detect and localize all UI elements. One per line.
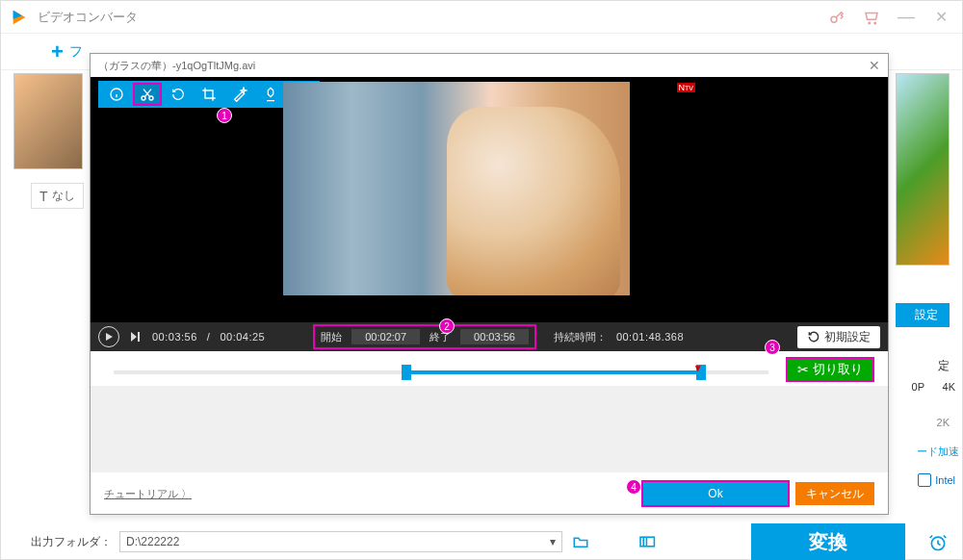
merge-button[interactable] [638,531,659,552]
subtitle-dropdown[interactable]: T なし [31,183,84,209]
start-time-input[interactable]: 00:02:07 [351,329,420,344]
cut-button-label: 切り取り [813,361,863,378]
svg-point-2 [831,16,837,22]
timecode-total: 00:04:25 [220,331,265,343]
effect-tool-button[interactable] [225,83,254,106]
editor-file-name: （ガラスの華）-y1qOgTltJMg.avi [98,59,869,73]
timeline-track[interactable]: ▼ [114,370,768,374]
crop-tool-button[interactable] [195,83,223,106]
alarm-icon[interactable] [928,533,948,552]
watermark-badge: NTV [677,83,695,92]
cut-tool-button[interactable] [133,83,162,106]
scissors-icon: ✂ [797,362,809,377]
trim-range-section: 開始 00:02:07 終了 00:03:56 [313,324,536,349]
text-icon: T [39,189,48,204]
output-folder-value: D:\222222 [126,535,179,548]
end-time-input[interactable]: 00:03:56 [460,329,529,344]
add-plus-icon[interactable]: + [51,39,64,64]
callout-badge-1: 1 [217,108,232,123]
output-folder-label: 出力フォルダ： [31,534,112,550]
intel-chip-icon [918,473,931,487]
file-thumbnail[interactable] [13,73,83,169]
svg-marker-10 [106,333,113,341]
info-tool-button[interactable] [102,83,131,106]
trim-start-handle[interactable] [402,365,411,380]
app-title: ビデオコンバータ [38,9,814,26]
editor-titlebar: （ガラスの華）-y1qOgTltJMg.avi ✕ [91,54,888,77]
svg-point-3 [869,22,871,24]
svg-point-4 [874,22,876,24]
settings-label-fragment: 定 [938,358,950,374]
editor-footer: チュートリアル 〉 Ok キャンセル [91,472,888,515]
timecode-sep: / [207,331,211,343]
clip-list-area [91,386,888,472]
subtitle-value: なし [52,188,75,204]
reset-label: 初期設定 [824,329,871,345]
cut-button[interactable]: ✂ 切り取り [786,357,874,382]
tutorial-link[interactable]: チュートリアル 〉 [104,487,192,501]
resolution-0p-label: 0P [912,381,924,393]
timecode-current: 00:03:56 [152,331,197,343]
preview-area: NTV [91,77,888,322]
titlebar: ビデオコンバータ — ✕ [1,1,962,34]
svg-rect-12 [138,332,140,342]
callout-badge-3: 3 [765,340,780,355]
duration-label: 持続時間： [554,330,607,344]
hw-accel-label: ード加速 [917,445,959,459]
settings-button-fragment[interactable]: 設定 [896,303,950,327]
preview-frame-content [447,107,620,295]
timeline-selection [402,370,696,374]
playhead-marker[interactable]: ▼ [693,363,703,373]
timeline-area: ▼ ✂ 切り取り [91,351,888,386]
video-editor-dialog: （ガラスの華）-y1qOgTltJMg.avi ✕ [90,53,889,515]
callout-badge-2: 2 [439,318,455,334]
intel-badge: Intel [918,473,955,487]
browse-folder-button[interactable] [570,531,591,552]
watermark-tool-button[interactable] [256,83,285,106]
add-label[interactable]: フ [69,43,83,61]
play-button[interactable] [98,326,119,347]
svg-rect-5 [640,537,654,547]
bottom-bar: 出力フォルダ： D:\222222 ▾ 変換 [0,523,963,560]
duration-value: 00:01:48.368 [616,331,684,343]
resolution-4k-label: 4K [943,381,955,393]
key-icon[interactable] [825,6,848,29]
callout-badge-4: 4 [626,479,641,495]
intel-text: Intel [935,474,955,486]
cart-icon[interactable] [860,6,883,29]
close-main-button[interactable]: ✕ [929,6,952,29]
step-forward-button[interactable] [129,330,143,344]
output-format-thumbnail[interactable] [896,73,950,266]
rotate-tool-button[interactable] [164,83,193,106]
convert-button[interactable]: 変換 [751,523,905,560]
chevron-down-icon: ▾ [550,535,556,548]
video-preview [283,82,630,295]
svg-marker-11 [131,332,137,342]
start-label: 開始 [321,330,342,344]
reset-button[interactable]: 初期設定 [797,326,880,348]
editor-close-button[interactable]: ✕ [869,58,880,73]
ok-button[interactable]: Ok [643,482,788,505]
output-folder-dropdown[interactable]: D:\222222 ▾ [119,531,562,552]
app-logo-icon [11,9,28,26]
resolution-2k-label: 2K [937,417,950,428]
cancel-button[interactable]: キャンセル [795,482,874,505]
minimize-button[interactable]: — [895,6,918,29]
